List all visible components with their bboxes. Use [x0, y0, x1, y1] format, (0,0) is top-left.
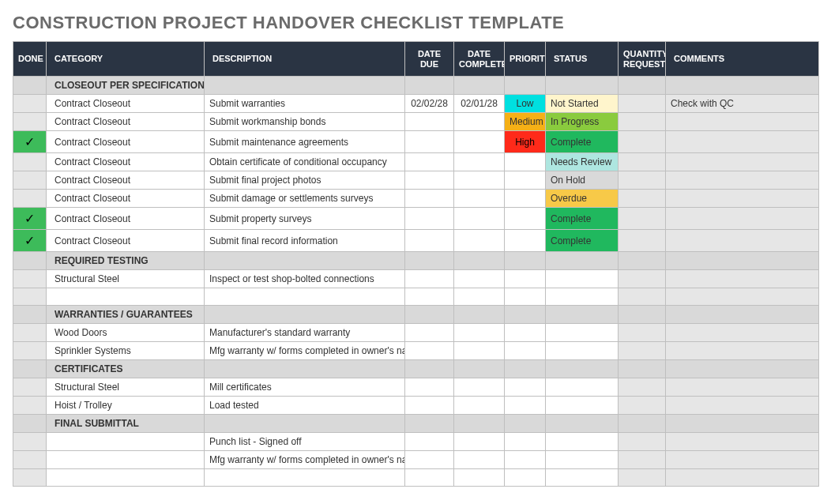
quantity-cell[interactable] [619, 171, 666, 190]
priority-cell[interactable] [505, 342, 546, 360]
done-checkbox[interactable] [13, 153, 47, 171]
comments-cell[interactable] [666, 208, 819, 230]
description-cell[interactable]: Submit maintenance agreements [205, 131, 405, 153]
category-cell[interactable]: Structural Steel [47, 270, 205, 288]
date-completed-cell[interactable] [454, 324, 505, 342]
description-cell[interactable]: Submit final project photos [205, 171, 405, 190]
date-due-cell[interactable]: 02/02/28 [405, 95, 454, 113]
comments-cell[interactable] [666, 324, 819, 342]
description-cell[interactable]: Submit property surveys [205, 208, 405, 230]
priority-cell[interactable] [505, 324, 546, 342]
comments-cell[interactable] [666, 378, 819, 397]
status-cell[interactable]: Needs Review [546, 153, 619, 171]
description-cell[interactable]: Inspect or test shop-bolted connections [205, 270, 405, 288]
quantity-cell[interactable] [619, 324, 666, 342]
priority-cell[interactable] [505, 171, 546, 190]
date-completed-cell[interactable] [454, 131, 505, 153]
category-cell[interactable]: Contract Closeout [47, 230, 205, 252]
category-cell[interactable]: Contract Closeout [47, 171, 205, 190]
quantity-cell[interactable] [619, 397, 666, 415]
comments-cell[interactable] [666, 433, 819, 451]
category-cell[interactable]: Contract Closeout [47, 208, 205, 230]
done-cell[interactable] [13, 252, 47, 270]
date-completed-cell[interactable] [454, 433, 505, 451]
date-completed-cell[interactable] [454, 378, 505, 397]
date-due-cell[interactable] [405, 153, 454, 171]
status-cell[interactable]: Not Started [546, 95, 619, 113]
description-cell[interactable]: Mfg warranty w/ forms completed in owner… [205, 451, 405, 469]
quantity-cell[interactable] [619, 433, 666, 451]
comments-cell[interactable] [666, 451, 819, 469]
description-cell[interactable]: Obtain certificate of conditional occupa… [205, 153, 405, 171]
description-cell[interactable]: Submit workmanship bonds [205, 113, 405, 131]
done-checkbox[interactable]: ✓ [13, 131, 47, 153]
comments-cell[interactable] [666, 288, 819, 306]
done-checkbox[interactable] [13, 342, 47, 360]
comments-cell[interactable] [666, 469, 819, 487]
quantity-cell[interactable] [619, 113, 666, 131]
done-checkbox[interactable] [13, 397, 47, 415]
done-checkbox[interactable] [13, 451, 47, 469]
done-checkbox[interactable] [13, 270, 47, 288]
comments-cell[interactable] [666, 131, 819, 153]
quantity-cell[interactable] [619, 190, 666, 208]
category-cell[interactable]: Contract Closeout [47, 113, 205, 131]
quantity-cell[interactable] [619, 469, 666, 487]
description-cell[interactable]: Submit warranties [205, 95, 405, 113]
priority-cell[interactable] [505, 378, 546, 397]
category-cell[interactable]: Hoist / Trolley [47, 397, 205, 415]
date-completed-cell[interactable] [454, 190, 505, 208]
quantity-cell[interactable] [619, 208, 666, 230]
date-due-cell[interactable] [405, 397, 454, 415]
date-due-cell[interactable] [405, 190, 454, 208]
description-cell[interactable]: Submit final record information [205, 230, 405, 252]
done-checkbox[interactable] [13, 324, 47, 342]
status-cell[interactable]: Complete [546, 230, 619, 252]
comments-cell[interactable]: Check with QC [666, 95, 819, 113]
priority-cell[interactable] [505, 270, 546, 288]
date-completed-cell[interactable] [454, 397, 505, 415]
status-cell[interactable] [546, 378, 619, 397]
done-cell[interactable] [13, 415, 47, 433]
date-due-cell[interactable] [405, 378, 454, 397]
quantity-cell[interactable] [619, 288, 666, 306]
comments-cell[interactable] [666, 342, 819, 360]
done-checkbox[interactable] [13, 190, 47, 208]
done-cell[interactable] [13, 77, 47, 95]
description-cell[interactable]: Mill certificates [205, 378, 405, 397]
priority-cell[interactable] [505, 451, 546, 469]
date-due-cell[interactable] [405, 433, 454, 451]
date-completed-cell[interactable] [454, 451, 505, 469]
category-cell[interactable] [47, 451, 205, 469]
date-completed-cell[interactable]: 02/01/28 [454, 95, 505, 113]
date-due-cell[interactable] [405, 324, 454, 342]
category-cell[interactable]: Sprinkler Systems [47, 342, 205, 360]
category-cell[interactable]: Wood Doors [47, 324, 205, 342]
priority-cell[interactable] [505, 397, 546, 415]
done-checkbox[interactable] [13, 113, 47, 131]
quantity-cell[interactable] [619, 131, 666, 153]
quantity-cell[interactable] [619, 270, 666, 288]
status-cell[interactable] [546, 433, 619, 451]
priority-cell[interactable] [505, 190, 546, 208]
quantity-cell[interactable] [619, 451, 666, 469]
category-cell[interactable]: Structural Steel [47, 378, 205, 397]
priority-cell[interactable]: High [505, 131, 546, 153]
priority-cell[interactable] [505, 208, 546, 230]
category-cell[interactable]: Contract Closeout [47, 153, 205, 171]
comments-cell[interactable] [666, 190, 819, 208]
date-completed-cell[interactable] [454, 171, 505, 190]
category-cell[interactable]: Contract Closeout [47, 131, 205, 153]
status-cell[interactable] [546, 451, 619, 469]
date-completed-cell[interactable] [454, 342, 505, 360]
status-cell[interactable] [546, 270, 619, 288]
category-cell[interactable]: Contract Closeout [47, 95, 205, 113]
status-cell[interactable]: Overdue [546, 190, 619, 208]
category-cell[interactable] [47, 433, 205, 451]
date-due-cell[interactable] [405, 270, 454, 288]
priority-cell[interactable] [505, 153, 546, 171]
comments-cell[interactable] [666, 153, 819, 171]
done-checkbox[interactable]: ✓ [13, 208, 47, 230]
priority-cell[interactable] [505, 230, 546, 252]
comments-cell[interactable] [666, 270, 819, 288]
